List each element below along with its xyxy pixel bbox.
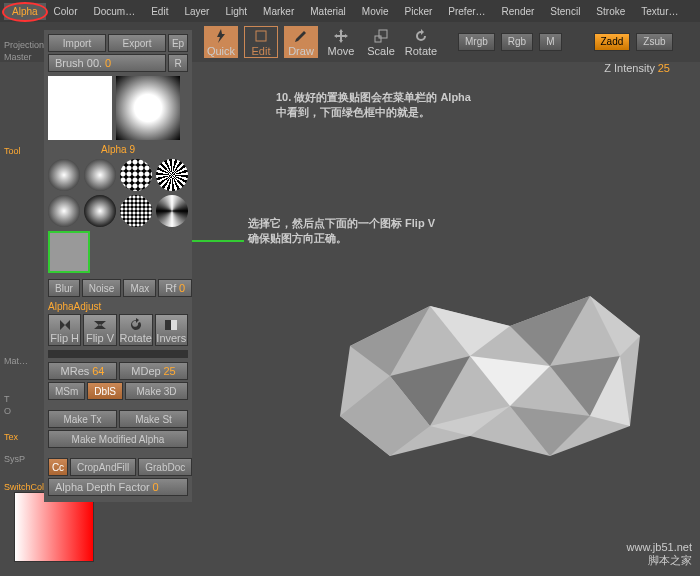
menu-material[interactable]: Material (302, 3, 354, 20)
z-intensity-label: Z Intensity 25 (604, 62, 670, 74)
dbls-button[interactable]: DblS (87, 382, 123, 400)
divider (48, 350, 188, 358)
alpha-depth-factor-field[interactable]: Alpha Depth Factor 0 (48, 478, 188, 496)
make-modified-alpha-button[interactable]: Make Modified Alpha (48, 430, 188, 448)
annotation-text-1: 10. 做好的置换贴图会在菜单栏的 Alpha中看到，下面绿色框中的就是。 (276, 90, 471, 121)
export-button[interactable]: Export (108, 34, 166, 52)
alpha-panel: Import Export Ep Brush 00. 0 R Alpha 9 B… (44, 30, 192, 502)
scale-button[interactable]: Scale (364, 26, 398, 58)
menu-color[interactable]: Color (46, 3, 86, 20)
mat-label: Mat… (4, 356, 28, 366)
flip-v-button[interactable]: Flip V (83, 314, 116, 346)
menu-texture[interactable]: Textur… (633, 3, 686, 20)
brush-thumb[interactable] (156, 159, 188, 191)
noise-button[interactable]: Noise (82, 279, 122, 297)
sysp-label: SysP (4, 454, 25, 464)
blur-button[interactable]: Blur (48, 279, 80, 297)
import-button[interactable]: Import (48, 34, 106, 52)
rf-button[interactable]: Rf 0 (158, 279, 192, 297)
o-label: O (4, 406, 11, 416)
annotation-circle-alpha-menu (2, 2, 48, 22)
edit-button[interactable]: Edit (244, 26, 278, 58)
grabdoc-button[interactable]: GrabDoc (138, 458, 192, 476)
m-button[interactable]: M (539, 33, 561, 51)
msm-button[interactable]: MSm (48, 382, 85, 400)
brush-thumb[interactable] (84, 159, 116, 191)
annotation-text-2: 选择它，然后点下面的一个图标 Flip V确保贴图方向正确。 (248, 216, 435, 247)
menu-render[interactable]: Render (494, 3, 543, 20)
brush-thumb[interactable] (48, 159, 80, 191)
menu-document[interactable]: Docum… (85, 3, 143, 20)
svg-rect-3 (165, 320, 171, 330)
inverse-button[interactable]: Invers (155, 314, 188, 346)
tool-label: Tool (4, 146, 21, 156)
menu-bar: Alpha Color Docum… Edit Layer Light Mark… (0, 0, 700, 22)
alpha-thumb-2[interactable] (116, 76, 180, 140)
rotate-button[interactable]: Rotate (404, 26, 438, 58)
cropandfill-button[interactable]: CropAndFill (70, 458, 136, 476)
move-button[interactable]: Move (324, 26, 358, 58)
watermark: www.jb51.net脚本之家 (627, 541, 692, 568)
color-picker[interactable] (14, 492, 94, 562)
viewport-mesh[interactable] (310, 246, 660, 506)
svg-rect-4 (171, 320, 177, 330)
quick-button[interactable]: Quick (204, 26, 238, 58)
master-label: Master (4, 52, 32, 62)
menu-edit[interactable]: Edit (143, 3, 176, 20)
flip-h-button[interactable]: Flip H (48, 314, 81, 346)
menu-stroke[interactable]: Stroke (588, 3, 633, 20)
menu-marker[interactable]: Marker (255, 3, 302, 20)
svg-rect-1 (375, 36, 381, 42)
rotate-alpha-button[interactable]: Rotate (119, 314, 153, 346)
rgb-button[interactable]: Rgb (501, 33, 533, 51)
alpha-thumb-main[interactable] (48, 76, 112, 140)
menu-light[interactable]: Light (217, 3, 255, 20)
menu-preferences[interactable]: Prefer… (440, 3, 493, 20)
ep-button[interactable]: Ep (168, 34, 188, 52)
alpha-name-label: Alpha 9 (48, 144, 188, 155)
zsub-button[interactable]: Zsub (636, 33, 672, 51)
max-button[interactable]: Max (123, 279, 156, 297)
mrgb-button[interactable]: Mrgb (458, 33, 495, 51)
r-button[interactable]: R (168, 54, 188, 72)
brush-thumb[interactable] (84, 195, 116, 227)
svg-rect-2 (379, 30, 387, 38)
maketx-button[interactable]: Make Tx (48, 410, 117, 428)
brush-thumb[interactable] (120, 195, 152, 227)
t-label: T (4, 394, 10, 404)
brush-field[interactable]: Brush 00. 0 (48, 54, 166, 72)
selected-alpha-thumb[interactable] (48, 231, 90, 273)
makest-button[interactable]: Make St (119, 410, 188, 428)
menu-movie[interactable]: Movie (354, 3, 397, 20)
tex-label: Tex (4, 432, 18, 442)
draw-button[interactable]: Draw (284, 26, 318, 58)
projection-label: Projection (4, 40, 44, 50)
menu-layer[interactable]: Layer (176, 3, 217, 20)
svg-rect-0 (256, 31, 266, 41)
menu-picker[interactable]: Picker (397, 3, 441, 20)
cc-button[interactable]: Cc (48, 458, 68, 476)
mdep-field[interactable]: MDep 25 (119, 362, 188, 380)
zadd-button[interactable]: Zadd (594, 33, 631, 51)
brush-thumb[interactable] (156, 195, 188, 227)
brush-thumb[interactable] (120, 159, 152, 191)
make3d-button[interactable]: Make 3D (125, 382, 188, 400)
mres-field[interactable]: MRes 64 (48, 362, 117, 380)
menu-stencil[interactable]: Stencil (542, 3, 588, 20)
alpha-adjust-header: AlphaAdjust (48, 301, 188, 312)
brush-thumb[interactable] (48, 195, 80, 227)
